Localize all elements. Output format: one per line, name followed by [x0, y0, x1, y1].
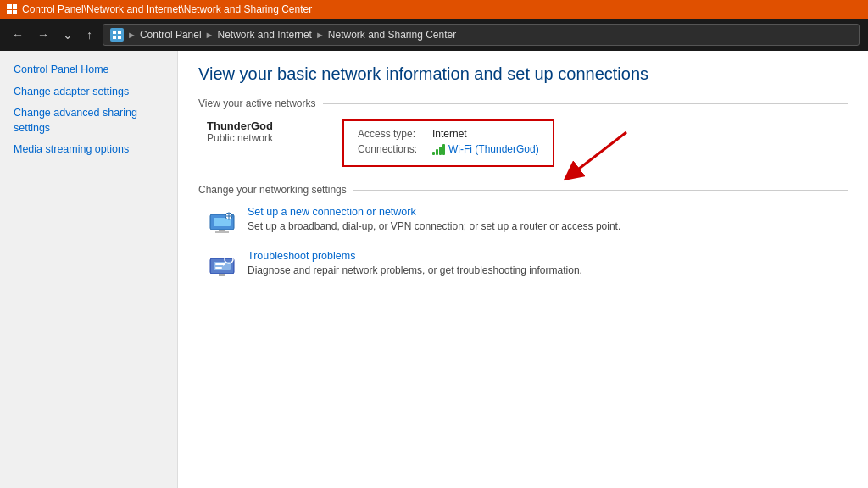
breadcrumb-sep-2: ► [205, 30, 214, 40]
control-panel-icon [110, 28, 124, 42]
access-type-value: Internet [432, 128, 467, 140]
svg-rect-15 [219, 274, 225, 276]
networking-settings-label: Change your networking settings [198, 184, 347, 196]
svg-rect-19 [215, 267, 222, 269]
breadcrumb-bar: ► Control Panel ► Network and Internet ►… [103, 24, 860, 46]
troubleshoot-text: Troubleshoot problems Diagnose and repai… [248, 250, 839, 276]
main-container: Control Panel Home Change adapter settin… [0, 51, 868, 488]
new-connection-icon [207, 206, 237, 236]
sidebar: Control Panel Home Change adapter settin… [0, 51, 178, 488]
forward-button[interactable]: → [34, 26, 53, 43]
access-type-row: Access type: Internet [358, 128, 539, 140]
troubleshoot-desc: Diagnose and repair network problems, or… [248, 264, 582, 276]
svg-rect-3 [118, 36, 121, 39]
section-divider-1 [323, 103, 848, 104]
content-area: View your basic network information and … [178, 51, 868, 488]
recent-button[interactable]: ⌄ [59, 26, 76, 43]
network-card: ThunderGod Public network Access type: I… [198, 119, 848, 167]
wifi-connection-link[interactable]: Wi-Fi (ThunderGod) [432, 143, 539, 155]
networking-settings-header: Change your networking settings [198, 184, 848, 196]
windows-icon [7, 4, 17, 14]
svg-rect-1 [118, 30, 121, 34]
svg-rect-9 [215, 231, 229, 233]
sidebar-item-control-panel-home[interactable]: Control Panel Home [0, 59, 177, 81]
wifi-bars-icon [432, 143, 445, 155]
svg-line-5 [571, 132, 626, 175]
page-title: View your basic network information and … [198, 64, 848, 84]
title-bar-text: Control Panel\Network and Internet\Netwo… [22, 3, 312, 15]
wifi-link-text: Wi-Fi (ThunderGod) [448, 143, 539, 155]
breadcrumb-network-internet[interactable]: Network and Internet [218, 29, 312, 41]
access-type-label: Access type: [358, 128, 426, 140]
breadcrumb-sharing-center[interactable]: Network and Sharing Center [328, 29, 456, 41]
breadcrumb-control-panel[interactable]: Control Panel [140, 29, 202, 41]
sidebar-item-change-advanced-sharing[interactable]: Change advanced sharing settings [0, 103, 177, 139]
connections-row: Connections: Wi-Fi (ThunderGod) [358, 143, 539, 155]
breadcrumb-sep-3: ► [315, 30, 325, 40]
back-button[interactable]: ← [8, 26, 27, 43]
network-name: ThunderGod [207, 119, 309, 132]
new-connection-item: Set up a new connection or network Set u… [198, 206, 848, 236]
connections-label: Connections: [358, 143, 426, 155]
network-info: ThunderGod Public network [207, 119, 309, 144]
new-connection-link[interactable]: Set up a new connection or network [248, 206, 839, 218]
network-details-box: Access type: Internet Connections: [342, 119, 554, 167]
sidebar-item-media-streaming[interactable]: Media streaming options [0, 139, 177, 161]
new-connection-desc: Set up a broadband, dial-up, or VPN conn… [248, 220, 620, 232]
troubleshoot-icon [207, 250, 237, 280]
svg-rect-0 [113, 30, 116, 34]
troubleshoot-link[interactable]: Troubleshoot problems [248, 250, 839, 262]
title-bar: Control Panel\Network and Internet\Netwo… [0, 0, 868, 19]
svg-rect-18 [215, 263, 225, 265]
sidebar-item-change-adapter[interactable]: Change adapter settings [0, 81, 177, 103]
breadcrumb-sep-1: ► [127, 30, 136, 40]
new-connection-text: Set up a new connection or network Set u… [248, 206, 839, 232]
svg-rect-2 [113, 36, 116, 39]
up-button[interactable]: ↑ [83, 26, 96, 43]
troubleshoot-item: Troubleshoot problems Diagnose and repai… [198, 250, 848, 280]
active-networks-label: View your active networks [198, 97, 316, 109]
active-networks-header: View your active networks [198, 97, 848, 109]
network-type: Public network [207, 132, 309, 144]
section-divider-2 [353, 190, 848, 191]
address-bar: ← → ⌄ ↑ ► Control Panel ► Network and In… [0, 19, 868, 51]
